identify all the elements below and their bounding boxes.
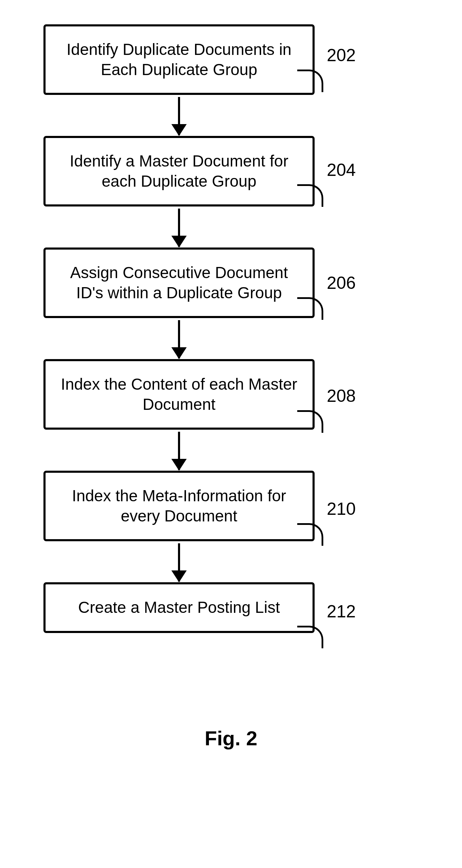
step-208-box: Index the Content of each Master Documen… xyxy=(43,359,315,430)
step-202-box: Identify Duplicate Documents in Each Dup… xyxy=(43,24,315,95)
ref-208: 208 xyxy=(327,386,356,406)
arrow-icon xyxy=(178,209,180,247)
ref-202: 202 xyxy=(327,45,356,65)
step-212-text: Create a Master Posting List xyxy=(78,598,280,616)
ref-212: 212 xyxy=(327,601,356,622)
step-204-text: Identify a Master Document for each Dupl… xyxy=(70,152,289,190)
ref-210: 210 xyxy=(327,499,356,519)
step-212-box: Create a Master Posting List xyxy=(43,582,315,633)
step-208-text: Index the Content of each Master Documen… xyxy=(61,375,297,413)
arrow-icon xyxy=(178,543,180,582)
ref-204: 204 xyxy=(327,160,356,180)
arrow-icon xyxy=(178,432,180,470)
arrow-icon xyxy=(178,97,180,135)
step-206-text: Assign Consecutive Document ID's within … xyxy=(70,263,288,302)
flowchart: Identify Duplicate Documents in Each Dup… xyxy=(28,24,330,633)
diagram-canvas: Identify Duplicate Documents in Each Dup… xyxy=(0,0,462,868)
step-210-box: Index the Meta-Information for every Doc… xyxy=(43,471,315,541)
ref-206: 206 xyxy=(327,273,356,293)
step-206-box: Assign Consecutive Document ID's within … xyxy=(43,248,315,318)
step-204-box: Identify a Master Document for each Dupl… xyxy=(43,136,315,206)
arrow-icon xyxy=(178,320,180,358)
figure-caption: Fig. 2 xyxy=(0,727,462,750)
step-210-text: Index the Meta-Information for every Doc… xyxy=(72,487,286,525)
step-202-text: Identify Duplicate Documents in Each Dup… xyxy=(67,40,292,79)
